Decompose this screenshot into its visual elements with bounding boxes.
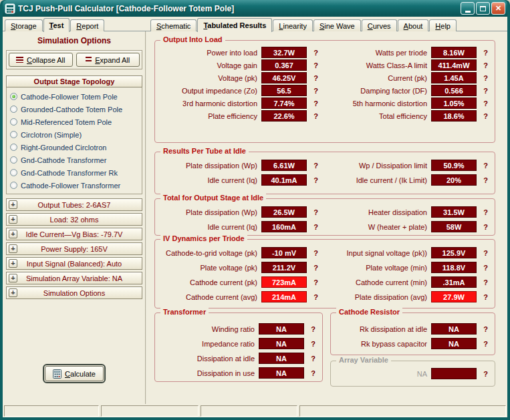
- result-value: 27.9W: [431, 291, 477, 302]
- group-per-tube-idle: Results Per Tube at Idle Plate dissipati…: [154, 152, 495, 194]
- result-value: 7.74%: [261, 97, 307, 109]
- collapsed-section-bar[interactable]: + Power Supply: 165V: [6, 242, 142, 255]
- result-label: Cathode current (avg): [155, 293, 261, 301]
- help-icon[interactable]: ?: [307, 278, 325, 286]
- expand-plus-icon[interactable]: +: [9, 259, 17, 268]
- help-icon[interactable]: ?: [477, 340, 495, 348]
- tab[interactable]: About: [398, 19, 429, 31]
- collapsed-section-label: Simulation Array Variable: NA: [26, 274, 122, 282]
- expand-plus-icon[interactable]: +: [9, 244, 17, 253]
- collapsed-section-label: Input Signal (Balanced): Auto: [27, 260, 122, 268]
- topology-radio-option[interactable]: Gnd-Cathode Transformer Rk: [10, 166, 138, 179]
- collapse-all-button[interactable]: Collapse All: [9, 53, 73, 67]
- tab[interactable]: Storage: [5, 19, 43, 31]
- help-icon[interactable]: ?: [307, 264, 325, 272]
- help-icon[interactable]: ?: [307, 112, 325, 120]
- result-row: Plate efficiency 22.6% ?: [155, 110, 325, 122]
- help-icon[interactable]: ?: [477, 87, 495, 95]
- tab[interactable]: Sine Wave: [313, 19, 361, 31]
- collapsed-section-bar[interactable]: + Input Signal (Balanced): Auto: [6, 257, 142, 270]
- maximize-button[interactable]: [476, 2, 490, 15]
- radio-label: Grounded-Cathode Totem Pole: [21, 106, 122, 114]
- help-icon[interactable]: ?: [477, 223, 495, 231]
- help-icon[interactable]: ?: [307, 87, 325, 95]
- help-icon[interactable]: ?: [304, 340, 322, 348]
- result-value: 1.45A: [431, 72, 477, 83]
- help-icon[interactable]: ?: [477, 293, 495, 301]
- collapsed-section-bar[interactable]: + Idle Current—Vg Bias: -79.7V: [6, 228, 142, 240]
- collapsed-section-bar[interactable]: + Simulation Array Variable: NA: [6, 272, 142, 284]
- tab[interactable]: Linearity: [273, 19, 313, 31]
- tab-label: About: [404, 22, 423, 30]
- help-icon[interactable]: ?: [477, 176, 495, 184]
- help-icon[interactable]: ?: [307, 223, 325, 231]
- result-value: 723mA: [261, 276, 307, 288]
- help-icon[interactable]: ?: [304, 355, 322, 363]
- help-icon[interactable]: ?: [477, 208, 495, 216]
- help-icon[interactable]: ?: [477, 278, 495, 286]
- help-icon[interactable]: ?: [307, 249, 325, 257]
- help-icon[interactable]: ?: [307, 176, 325, 184]
- collapsed-section-bar[interactable]: + Simulation Options: [6, 286, 142, 299]
- help-icon[interactable]: ?: [477, 264, 495, 272]
- topology-radio-option[interactable]: Right-Grounded Circlotron: [10, 141, 138, 154]
- help-icon[interactable]: ?: [477, 61, 495, 69]
- expand-plus-icon[interactable]: +: [9, 230, 17, 238]
- expand-plus-icon[interactable]: +: [9, 200, 17, 209]
- result-value: 40.1mA: [261, 174, 307, 186]
- tab[interactable]: Schematic: [150, 19, 197, 31]
- collapsed-section-bar[interactable]: + Output Tubes: 2-6AS7: [6, 198, 142, 211]
- help-icon[interactable]: ?: [477, 74, 495, 82]
- result-label: Voltage (pk): [155, 74, 261, 82]
- result-value: 0.566: [431, 85, 477, 96]
- help-icon[interactable]: ?: [307, 74, 325, 82]
- help-icon[interactable]: ?: [477, 370, 495, 378]
- tab[interactable]: Tabulated Results: [197, 18, 272, 32]
- tab[interactable]: Test: [43, 18, 70, 32]
- result-label: Plate dissipation (Wp): [155, 208, 261, 216]
- group-array-variable: Array Variable NA ?: [330, 361, 495, 387]
- help-icon[interactable]: ?: [307, 293, 325, 301]
- result-row: Voltage (pk) 46.25V ?: [155, 72, 325, 83]
- result-row: Total efficiency 18.6% ?: [325, 110, 495, 122]
- topology-radio-option[interactable]: Cathode-Follower Totem Pole: [10, 90, 138, 103]
- help-icon[interactable]: ?: [477, 49, 495, 57]
- help-icon[interactable]: ?: [307, 162, 325, 170]
- help-icon[interactable]: ?: [307, 99, 325, 108]
- expand-plus-icon[interactable]: +: [9, 288, 17, 297]
- result-value: 20%: [431, 174, 477, 186]
- tab[interactable]: Curves: [362, 19, 397, 31]
- topology-radio-option[interactable]: Grounded-Cathode Totem Pole: [10, 103, 138, 116]
- help-icon[interactable]: ?: [477, 249, 495, 257]
- output-stage-topology-header[interactable]: Output Stage Topology: [6, 75, 142, 87]
- tab[interactable]: Help: [429, 19, 457, 31]
- help-icon[interactable]: ?: [307, 61, 325, 69]
- tab[interactable]: Report: [70, 19, 104, 31]
- help-icon[interactable]: ?: [304, 325, 322, 333]
- result-label: Output impedance (Zo): [155, 87, 261, 95]
- help-icon[interactable]: ?: [477, 162, 495, 170]
- expand-plus-icon[interactable]: +: [9, 215, 17, 224]
- result-value: 46.25V: [261, 72, 307, 83]
- group-cathode-resistor: Cathode Resistor Rk dissipation at idle …: [330, 312, 495, 355]
- expand-plus-icon[interactable]: +: [9, 274, 17, 282]
- help-icon[interactable]: ?: [304, 369, 322, 377]
- calculate-button[interactable]: Calculate: [45, 366, 104, 381]
- topology-radio-option[interactable]: Gnd-Cathode Transformer: [10, 154, 138, 166]
- help-icon[interactable]: ?: [307, 49, 325, 57]
- help-icon[interactable]: ?: [477, 325, 495, 333]
- close-button[interactable]: ✕: [491, 2, 505, 15]
- topology-radio-option[interactable]: Circlotron (Simple): [10, 128, 138, 141]
- minimize-button[interactable]: [461, 2, 475, 15]
- result-row: Damping factor (DF) 0.566 ?: [325, 85, 495, 96]
- result-row: Plate dissipation (Wp) 26.5W ?: [155, 206, 325, 218]
- topology-radio-option[interactable]: Mid-Referenced Totem Pole: [10, 116, 138, 128]
- radio-icon: [10, 182, 17, 189]
- expand-all-button[interactable]: Expand All: [76, 53, 140, 67]
- help-icon[interactable]: ?: [477, 112, 495, 120]
- result-row: Voltage gain 0.367 ?: [155, 59, 325, 71]
- collapsed-section-bar[interactable]: + Load: 32 ohms: [6, 213, 142, 226]
- help-icon[interactable]: ?: [477, 99, 495, 108]
- help-icon[interactable]: ?: [307, 208, 325, 216]
- topology-radio-option[interactable]: Cathode-Follower Transformer: [10, 179, 138, 192]
